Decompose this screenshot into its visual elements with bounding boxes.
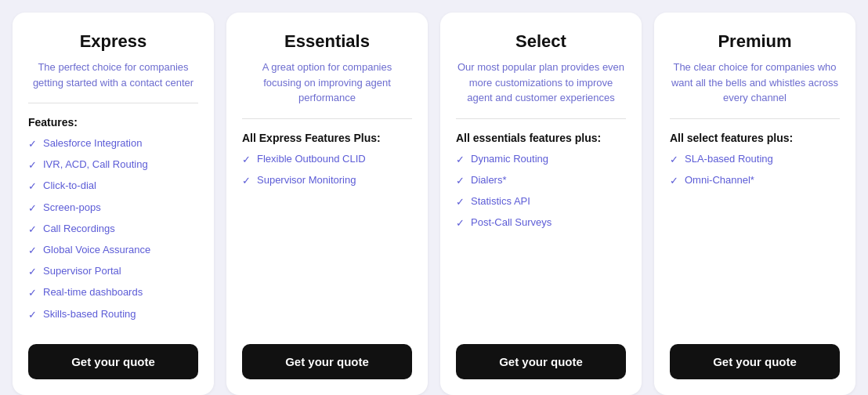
feature-text: Flexible Outbound CLID <box>257 152 366 166</box>
select-description: Our most popular plan provides even more… <box>456 60 626 106</box>
card-essentials: EssentialsA great option for companies f… <box>226 13 428 395</box>
feature-text: Screen-pops <box>43 201 101 215</box>
check-icon: ✓ <box>28 179 37 194</box>
check-icon: ✓ <box>242 153 251 167</box>
list-item: ✓Flexible Outbound CLID <box>242 152 412 167</box>
express-features-label: Features: <box>28 116 198 129</box>
check-icon: ✓ <box>456 174 465 188</box>
essentials-features-label: All Express Features Plus: <box>242 132 412 144</box>
check-icon: ✓ <box>670 174 678 188</box>
list-item: ✓Supervisor Portal <box>28 264 198 279</box>
feature-text: Statistics API <box>471 194 530 208</box>
feature-text: Dynamic Routing <box>471 152 548 166</box>
card-select: SelectOur most popular plan provides eve… <box>440 13 642 395</box>
premium-description: The clear choice for companies who want … <box>670 60 840 106</box>
feature-text: Click-to-dial <box>43 179 96 193</box>
select-divider <box>456 118 626 119</box>
premium-feature-list: ✓SLA-based Routing✓Omni-Channel* <box>670 152 840 328</box>
list-item: ✓Real-time dashboards <box>28 285 198 300</box>
feature-text: Omni-Channel* <box>685 173 754 187</box>
check-icon: ✓ <box>28 244 37 258</box>
express-cta-button[interactable]: Get your quote <box>28 344 198 379</box>
list-item: ✓Statistics API <box>456 194 626 209</box>
feature-text: Post-Call Surveys <box>471 216 552 230</box>
premium-title: Premium <box>670 31 840 52</box>
list-item: ✓Call Recordings <box>28 222 198 237</box>
check-icon: ✓ <box>28 201 37 216</box>
check-icon: ✓ <box>456 216 465 230</box>
essentials-title: Essentials <box>242 31 412 52</box>
feature-text: IVR, ACD, Call Routing <box>43 158 148 172</box>
express-title: Express <box>28 31 198 52</box>
list-item: ✓Global Voice Assurance <box>28 243 198 258</box>
list-item: ✓Skills-based Routing <box>28 307 198 322</box>
essentials-divider <box>242 118 412 119</box>
list-item: ✓Screen-pops <box>28 201 198 216</box>
list-item: ✓IVR, ACD, Call Routing <box>28 158 198 172</box>
list-item: ✓Supervisor Monitoring <box>242 173 412 188</box>
feature-text: Supervisor Monitoring <box>257 173 356 187</box>
feature-text: Dialers* <box>471 173 507 187</box>
select-features-label: All essentials features plus: <box>456 132 626 144</box>
feature-text: Skills-based Routing <box>43 307 136 321</box>
essentials-description: A great option for companies focusing on… <box>242 60 412 106</box>
card-premium: PremiumThe clear choice for companies wh… <box>654 13 855 395</box>
premium-cta-button[interactable]: Get your quote <box>670 344 840 379</box>
premium-features-label: All select features plus: <box>670 132 840 144</box>
select-cta-button[interactable]: Get your quote <box>456 344 626 379</box>
list-item: ✓Salesforce Integration <box>28 136 198 151</box>
check-icon: ✓ <box>670 153 678 167</box>
select-title: Select <box>456 31 626 52</box>
list-item: ✓Dynamic Routing <box>456 152 626 167</box>
check-icon: ✓ <box>456 195 465 209</box>
select-feature-list: ✓Dynamic Routing✓Dialers*✓Statistics API… <box>456 152 626 328</box>
check-icon: ✓ <box>28 223 37 237</box>
feature-text: Supervisor Portal <box>43 264 121 278</box>
check-icon: ✓ <box>28 286 37 300</box>
express-description: The perfect choice for companies getting… <box>28 60 198 90</box>
check-icon: ✓ <box>28 158 37 172</box>
feature-text: Salesforce Integration <box>43 136 142 150</box>
check-icon: ✓ <box>456 153 465 167</box>
check-icon: ✓ <box>28 137 37 151</box>
express-divider <box>28 103 198 103</box>
feature-text: Real-time dashboards <box>43 285 143 299</box>
list-item: ✓Click-to-dial <box>28 179 198 194</box>
list-item: ✓Dialers* <box>456 173 626 188</box>
premium-divider <box>670 118 840 119</box>
feature-text: SLA-based Routing <box>685 152 773 166</box>
express-feature-list: ✓Salesforce Integration✓IVR, ACD, Call R… <box>28 136 198 328</box>
feature-text: Call Recordings <box>43 222 115 236</box>
check-icon: ✓ <box>242 174 251 188</box>
list-item: ✓Post-Call Surveys <box>456 216 626 230</box>
check-icon: ✓ <box>28 308 37 322</box>
feature-text: Global Voice Assurance <box>43 243 150 257</box>
list-item: ✓Omni-Channel* <box>670 173 840 188</box>
essentials-feature-list: ✓Flexible Outbound CLID✓Supervisor Monit… <box>242 152 412 328</box>
pricing-cards-container: ExpressThe perfect choice for companies … <box>13 13 855 395</box>
check-icon: ✓ <box>28 265 37 279</box>
card-express: ExpressThe perfect choice for companies … <box>13 13 214 395</box>
list-item: ✓SLA-based Routing <box>670 152 840 167</box>
essentials-cta-button[interactable]: Get your quote <box>242 344 412 379</box>
